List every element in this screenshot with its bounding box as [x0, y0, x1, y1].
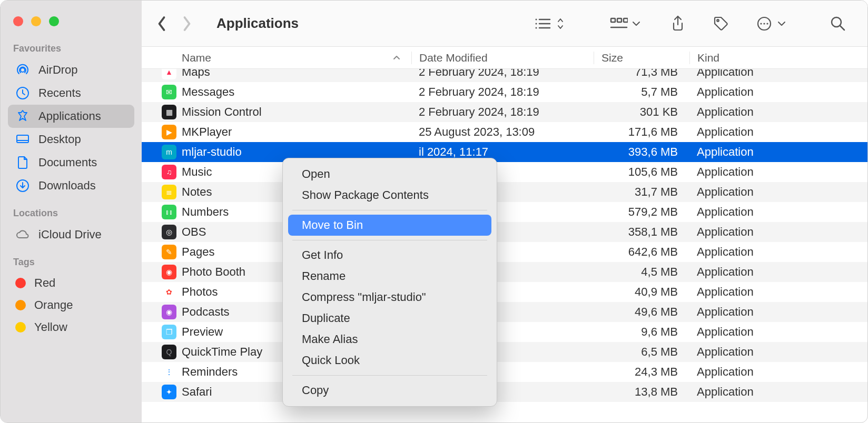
file-row[interactable]: ✎ Pages 2023, 11:32 642,6 MB Application — [142, 242, 867, 262]
forward-button[interactable] — [176, 13, 198, 34]
sidebar-item-red[interactable]: Red — [8, 272, 134, 294]
window-title: Applications — [216, 15, 299, 32]
context-menu-item-move-to-bin[interactable]: Move to Bin — [288, 215, 491, 236]
sidebar-item-orange[interactable]: Orange — [8, 294, 134, 316]
file-row[interactable]: ✉︎ Messages 2 February 2024, 18:19 5,7 M… — [142, 82, 867, 102]
file-size: 171,6 MB — [594, 125, 689, 139]
context-menu-item-get-info[interactable]: Get Info — [288, 245, 491, 266]
file-row[interactable]: ⫾⫾ Numbers 2023, 11:32 579,2 MB Applicat… — [142, 202, 867, 222]
file-size: 40,9 MB — [594, 285, 689, 299]
app-icon: ✎ — [162, 245, 176, 259]
sidebar-item-yellow[interactable]: Yellow — [8, 316, 134, 338]
file-icon-cell: ✦ — [142, 385, 182, 399]
file-row[interactable]: ▶ MKPlayer 25 August 2023, 13:09 171,6 M… — [142, 122, 867, 142]
file-icon-cell: ♫ — [142, 165, 182, 179]
tags-button[interactable] — [706, 9, 736, 38]
context-menu-item-compress-mljar-studio[interactable]: Compress "mljar-studio" — [288, 287, 491, 308]
file-row[interactable]: ≣ Notes 2024, 18:19 31,7 MB Application — [142, 182, 867, 202]
file-list[interactable]: ▲ Maps 2 February 2024, 18:19 71,3 MB Ap… — [142, 69, 867, 422]
file-size: 642,6 MB — [594, 245, 689, 259]
context-menu-item-open[interactable]: Open — [288, 164, 491, 185]
file-row[interactable]: ♫ Music 2024, 18:19 105,6 MB Application — [142, 162, 867, 182]
file-row[interactable]: ✿ Photos 2024, 18:19 40,9 MB Application — [142, 282, 867, 302]
file-row[interactable]: ◎ OBS 23, 08:30 358,1 MB Application — [142, 222, 867, 242]
file-row[interactable]: ◉ Podcasts 2024, 18:19 49,6 MB Applicati… — [142, 302, 867, 322]
up-down-chevron-icon — [557, 17, 564, 30]
file-row[interactable]: m mljar-studio il 2024, 11:17 393,6 MB A… — [142, 142, 867, 162]
sidebar-item-recents[interactable]: Recents — [8, 82, 134, 105]
app-icon: ◉ — [162, 305, 176, 319]
file-row[interactable]: ▦ Mission Control 2 February 2024, 18:19… — [142, 102, 867, 122]
svg-point-9 — [536, 27, 537, 28]
file-size: 49,6 MB — [594, 305, 689, 319]
sidebar-item-icloud-drive[interactable]: iCloud Drive — [8, 223, 134, 246]
more-actions-button[interactable] — [740, 9, 787, 38]
column-header-name-label: Name — [182, 52, 211, 64]
sort-ascending-icon — [392, 55, 401, 61]
svg-point-0 — [21, 68, 25, 72]
file-row[interactable]: ▲ Maps 2 February 2024, 18:19 71,3 MB Ap… — [142, 69, 867, 82]
context-menu-item-rename[interactable]: Rename — [288, 266, 491, 287]
file-icon-cell: ▦ — [142, 105, 182, 119]
file-row[interactable]: ✦ Safari 2024, 18:19 13,8 MB Application — [142, 382, 867, 402]
sidebar-item-desktop[interactable]: Desktop — [8, 128, 134, 151]
file-size: 5,7 MB — [594, 85, 689, 99]
tag-dot-icon — [15, 278, 26, 288]
sidebar-item-label: Applications — [38, 109, 101, 123]
list-view-icon — [534, 17, 552, 31]
desktop-icon — [15, 132, 30, 147]
chevron-down-icon — [777, 21, 786, 27]
file-kind: Application — [689, 325, 867, 339]
sidebar-item-label: Downloads — [38, 179, 96, 193]
file-icon-cell: m — [142, 145, 182, 159]
column-header-size[interactable]: Size — [594, 52, 689, 64]
file-kind: Application — [689, 245, 867, 259]
fullscreen-window-button[interactable] — [49, 16, 59, 26]
icloud-icon — [15, 227, 30, 242]
group-by-control[interactable] — [595, 9, 642, 38]
context-menu-item-copy[interactable]: Copy — [288, 380, 491, 401]
svg-line-21 — [840, 26, 844, 30]
file-row[interactable]: ❐ Preview 2024, 18:19 9,6 MB Application — [142, 322, 867, 342]
app-icon: ≣ — [162, 185, 176, 199]
search-button[interactable] — [823, 9, 853, 38]
close-window-button[interactable] — [13, 16, 23, 26]
app-icon: ❐ — [162, 325, 176, 339]
main-pane: Applications — [142, 1, 867, 422]
more-circle-icon — [756, 16, 772, 32]
minimize-window-button[interactable] — [31, 16, 41, 26]
context-menu: OpenShow Package ContentsMove to BinGet … — [282, 158, 497, 407]
context-menu-item-make-alias[interactable]: Make Alias — [288, 329, 491, 350]
file-row[interactable]: Q QuickTime Play 2024, 18:19 6,5 MB Appl… — [142, 342, 867, 362]
column-header-name[interactable]: Name — [142, 52, 411, 64]
recents-icon — [15, 86, 30, 100]
file-size: 358,1 MB — [594, 225, 689, 239]
tag-icon — [713, 16, 729, 32]
file-icon-cell: ◉ — [142, 305, 182, 319]
file-row[interactable]: ⋮ Reminders 2024, 18:19 24,3 MB Applicat… — [142, 362, 867, 382]
context-menu-item-quick-look[interactable]: Quick Look — [288, 350, 491, 371]
app-icon: ◎ — [162, 225, 176, 239]
sidebar-item-applications[interactable]: Applications — [8, 105, 134, 128]
sidebar-item-airdrop[interactable]: AirDrop — [8, 58, 134, 82]
app-icon: ⋮ — [162, 365, 176, 379]
context-menu-item-show-package-contents[interactable]: Show Package Contents — [288, 185, 491, 206]
svg-point-7 — [536, 23, 537, 24]
file-size: 31,7 MB — [594, 185, 689, 199]
svg-point-15 — [717, 19, 719, 22]
context-menu-item-duplicate[interactable]: Duplicate — [288, 308, 491, 329]
column-header-kind[interactable]: Kind — [689, 52, 867, 64]
share-icon — [670, 15, 685, 33]
applications-icon — [15, 109, 30, 124]
column-header-date[interactable]: Date Modified — [411, 52, 594, 64]
back-button[interactable] — [151, 13, 172, 34]
share-button[interactable] — [663, 9, 693, 38]
sidebar-item-downloads[interactable]: Downloads — [8, 174, 134, 197]
file-icon-cell: ⋮ — [142, 365, 182, 379]
view-mode-control[interactable] — [519, 9, 566, 38]
tag-dot-icon — [15, 300, 26, 310]
file-kind: Application — [689, 185, 867, 199]
file-size: 6,5 MB — [594, 345, 689, 359]
file-row[interactable]: ◉ Photo Booth 2024, 18:19 4,5 MB Applica… — [142, 262, 867, 282]
sidebar-item-documents[interactable]: Documents — [8, 151, 134, 174]
